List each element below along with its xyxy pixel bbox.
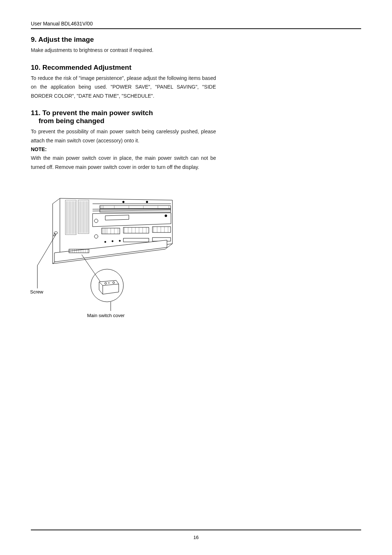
section-11-body1: To prevent the possibility of main power… bbox=[31, 127, 216, 145]
section-9-title: 9. Adjust the image bbox=[31, 36, 216, 44]
svg-point-77 bbox=[109, 283, 109, 283]
page-header: User Manual BDL4631V/00 bbox=[31, 20, 361, 29]
section-11-title: 11. To prevent the main power switch fro… bbox=[31, 109, 216, 125]
svg-point-78 bbox=[113, 282, 115, 284]
section-10-body: To reduce the risk of "image persistence… bbox=[31, 74, 216, 101]
screw-label: Screw bbox=[30, 289, 43, 295]
header-model: BDL4631V/00 bbox=[61, 21, 93, 27]
section-10-title: 10. Recommended Adjustment bbox=[31, 64, 216, 72]
svg-line-71 bbox=[37, 234, 56, 266]
main-switch-cover-label: Main switch cover bbox=[87, 313, 124, 318]
svg-point-20 bbox=[146, 201, 148, 203]
svg-point-19 bbox=[123, 201, 124, 203]
diagram: Screw Main switch cover bbox=[34, 187, 180, 325]
header-prefix: User Manual bbox=[31, 21, 61, 27]
section-11-title-line1: 11. To prevent the main power switch bbox=[31, 109, 153, 117]
note-label: NOTE: bbox=[31, 146, 216, 152]
page-number: 16 bbox=[193, 535, 199, 540]
section-11-body2: With the main power switch cover in plac… bbox=[31, 154, 216, 171]
svg-line-74 bbox=[82, 255, 102, 284]
svg-point-59 bbox=[112, 240, 113, 242]
device-diagram-svg bbox=[34, 187, 180, 325]
section-9-body: Make adjustments to brightness or contra… bbox=[31, 46, 216, 55]
svg-point-60 bbox=[119, 240, 121, 242]
section-11-title-line2: from being changed bbox=[38, 117, 105, 125]
svg-point-32 bbox=[165, 215, 167, 217]
svg-point-76 bbox=[105, 283, 107, 284]
page-footer: 16 bbox=[31, 530, 361, 540]
svg-point-58 bbox=[105, 241, 106, 243]
